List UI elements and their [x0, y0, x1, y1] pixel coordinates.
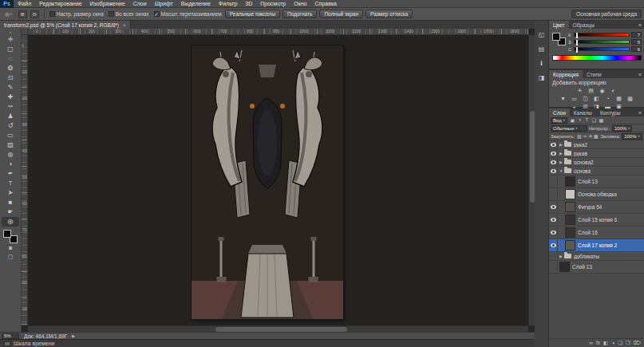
collapsed-panel-icon-4[interactable]: ◨: [536, 73, 547, 82]
panel-menu-icon[interactable]: ≡: [636, 70, 644, 78]
shape-tool[interactable]: ■: [2, 198, 19, 207]
layer-row[interactable]: Фигура 54: [549, 201, 644, 214]
tool-preset-picker[interactable]: ◎ ▾: [2, 11, 15, 18]
layer-mask-icon[interactable]: ◧: [603, 341, 608, 346]
crop-tool[interactable]: ⊡: [2, 73, 19, 83]
color-spectrum-ramp[interactable]: [552, 55, 642, 61]
blue-value-field[interactable]: 6: [631, 46, 642, 52]
menu-item-4[interactable]: Слои: [129, 0, 151, 8]
screen-mode-button[interactable]: ▢: [2, 252, 19, 261]
black-white-icon[interactable]: ◧: [593, 95, 601, 102]
quick-selection-tool[interactable]: ❂: [2, 64, 19, 73]
curves-icon[interactable]: ◉: [599, 87, 606, 94]
brightness-contrast-icon[interactable]: ☀: [576, 87, 584, 94]
path-selection-tool[interactable]: ➤: [2, 188, 19, 198]
lock-pixels-icon[interactable]: ✑: [582, 133, 587, 139]
layer-effects-icon[interactable]: fx: [596, 341, 600, 346]
foreground-color-swatch[interactable]: [3, 230, 11, 238]
adjustment-layer-icon[interactable]: ◑: [611, 341, 614, 346]
scrubby-zoom-checkbox[interactable]: ✓Масшт. перетаскиванием: [154, 11, 222, 17]
slider-thumb[interactable]: [576, 40, 578, 45]
layer-row[interactable]: Слой 17 копия 2: [549, 239, 644, 252]
tab-styles[interactable]: Стили: [583, 70, 606, 78]
zoom-level-field[interactable]: 5%: [2, 333, 19, 339]
layer-row[interactable]: Слой 13: [549, 175, 644, 188]
document-tab[interactable]: transform2.psd @ 5% (Слой 17 копия 2, RG…: [0, 21, 131, 29]
channel-mixer-icon[interactable]: ▦: [615, 95, 623, 102]
fit-screen-button[interactable]: Подогнать: [282, 10, 317, 18]
close-icon[interactable]: ×: [123, 22, 126, 28]
visibility-toggle[interactable]: [549, 175, 558, 187]
horizontal-scrollbar[interactable]: [28, 325, 528, 332]
clone-stamp-tool[interactable]: ♟: [2, 112, 19, 121]
rectangular-marquee-tool[interactable]: ▢: [2, 45, 19, 54]
layer-row[interactable]: Слой 16: [549, 227, 644, 239]
menu-item-2[interactable]: Редактирование: [35, 0, 85, 8]
timeline-bar[interactable]: Шкала времени: [0, 339, 535, 347]
new-group-icon[interactable]: ❏: [618, 341, 622, 346]
menu-item-5[interactable]: Шрифт: [151, 0, 177, 8]
type-tool[interactable]: T: [2, 179, 19, 188]
eyedropper-tool[interactable]: ✎: [2, 83, 19, 93]
disclosure-triangle-icon[interactable]: ▶: [558, 160, 564, 164]
hand-tool[interactable]: ☛: [2, 207, 19, 217]
panel-foreground-swatch[interactable]: [552, 33, 560, 41]
menu-item-11[interactable]: Справка: [311, 0, 341, 8]
green-value-field[interactable]: 5: [631, 39, 642, 45]
gradient-tool[interactable]: ▨: [2, 140, 19, 150]
visibility-toggle[interactable]: [549, 188, 558, 200]
resize-windows-checkbox[interactable]: Настр. размер окна: [49, 11, 104, 17]
menu-item-7[interactable]: Фильтр: [215, 0, 242, 8]
green-slider[interactable]: [574, 40, 630, 44]
zoom-out-toggle[interactable]: ⊖: [30, 10, 39, 18]
actual-pixels-button[interactable]: Реальные пикселы: [225, 10, 280, 18]
disclosure-triangle-icon[interactable]: ▼: [558, 169, 564, 173]
filter-adjustment-layers-icon[interactable]: ◑: [576, 117, 583, 123]
layer-row[interactable]: Слой 13: [549, 261, 644, 274]
collapsed-panel-icon-3[interactable]: ℹ: [536, 59, 547, 68]
blue-slider[interactable]: [574, 47, 630, 51]
disclosure-triangle-icon[interactable]: ▶: [558, 143, 564, 147]
layer-filter-kind-select[interactable]: Вид ▾: [551, 117, 567, 124]
photo-filter-icon[interactable]: ◔: [604, 95, 612, 102]
tab-channels[interactable]: Каналы: [570, 108, 596, 116]
exposure-icon[interactable]: ◐: [610, 87, 618, 94]
zoom-tool[interactable]: ◎: [2, 217, 19, 227]
layer-row[interactable]: Основа обводка: [549, 188, 644, 201]
fill-screen-button[interactable]: Полный экран: [319, 10, 363, 18]
ruler-origin[interactable]: [22, 29, 28, 35]
tab-paths[interactable]: Контуры: [596, 108, 625, 116]
link-layers-icon[interactable]: ∞: [589, 341, 593, 346]
slider-thumb[interactable]: [576, 47, 578, 53]
fill-field[interactable]: 100% ▾: [622, 133, 642, 140]
tab-swatches[interactable]: Образцы: [569, 21, 599, 29]
filter-smart-objects-icon[interactable]: ▦: [598, 117, 605, 123]
quick-mask-button[interactable]: ◙: [2, 243, 19, 252]
menu-item-3[interactable]: Изображение: [86, 0, 129, 8]
menu-item-8[interactable]: 3D: [241, 0, 256, 8]
lock-all-icon[interactable]: ▩: [593, 133, 599, 139]
filter-shape-layers-icon[interactable]: ❏: [591, 117, 598, 123]
tab-adjustments[interactable]: Коррекция: [549, 70, 583, 78]
visibility-toggle[interactable]: [549, 140, 558, 148]
tab-layers[interactable]: Слои: [549, 108, 570, 116]
layer-row[interactable]: ▶рукав: [549, 149, 644, 158]
workspace-switcher[interactable]: Основная рабочая среда: [571, 10, 642, 18]
vertical-scrollbar[interactable]: [528, 35, 535, 325]
panel-menu-icon[interactable]: ≡: [636, 108, 644, 116]
filter-type-layers-icon[interactable]: T: [583, 117, 591, 123]
layer-row[interactable]: Слой 15 копия 6: [549, 214, 644, 227]
opacity-field[interactable]: 100% ▾: [612, 125, 632, 132]
color-balance-icon[interactable]: ◫: [582, 95, 590, 102]
menu-item-10[interactable]: Окно: [290, 0, 310, 8]
disclosure-triangle-icon[interactable]: ▶: [558, 254, 564, 258]
status-flyout-icon[interactable]: ▶: [72, 333, 75, 338]
history-brush-tool[interactable]: ↺: [2, 121, 19, 131]
toolbar-collapse-icon[interactable]: «: [9, 30, 11, 35]
lasso-tool[interactable]: ◌: [2, 54, 19, 64]
panel-menu-icon[interactable]: ≡: [636, 21, 644, 29]
levels-icon[interactable]: ▤: [587, 87, 595, 94]
slider-thumb[interactable]: [576, 33, 578, 38]
red-value-field[interactable]: 7: [631, 32, 642, 37]
move-tool[interactable]: ✛: [2, 35, 19, 45]
